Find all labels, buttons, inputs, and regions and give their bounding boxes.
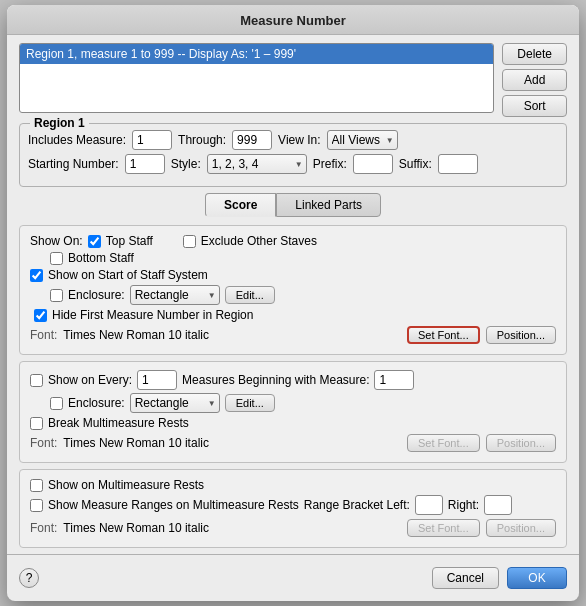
- enclosure-select-wrapper: Rectangle: [130, 285, 220, 305]
- every-enclosure-label: Enclosure:: [68, 396, 125, 410]
- through-input[interactable]: [232, 130, 272, 150]
- hide-first-checkbox[interactable]: [34, 309, 47, 322]
- bottom-staff-row: Bottom Staff: [50, 251, 556, 265]
- show-on-section: Show On: Top Staff Exclude Other Staves …: [19, 225, 567, 355]
- style-select[interactable]: 1, 2, 3, 4: [207, 154, 307, 174]
- font-row-3: Font: Times New Roman 10 italic Set Font…: [30, 519, 556, 537]
- font-label-1: Font:: [30, 328, 57, 342]
- show-on-start-checkbox[interactable]: [30, 269, 43, 282]
- font-row-1: Font: Times New Roman 10 italic Set Font…: [30, 326, 556, 344]
- includes-label: Includes Measure:: [28, 133, 126, 147]
- enclosure-checkbox[interactable]: [50, 289, 63, 302]
- prefix-label: Prefix:: [313, 157, 347, 171]
- enclosure-edit-button[interactable]: Edit...: [225, 286, 275, 304]
- set-font-button-1[interactable]: Set Font...: [407, 326, 480, 344]
- show-on-multimeasure-label: Show on Multimeasure Rests: [48, 478, 204, 492]
- show-ranges-checkbox[interactable]: [30, 499, 43, 512]
- show-on-multimeasure-row: Show on Multimeasure Rests: [30, 478, 556, 492]
- add-button[interactable]: Add: [502, 69, 567, 91]
- show-on-label: Show On:: [30, 234, 83, 248]
- prefix-input[interactable]: [353, 154, 393, 174]
- position-button-2[interactable]: Position...: [486, 434, 556, 452]
- style-label: Style:: [171, 157, 201, 171]
- bottom-staff-checkbox[interactable]: [50, 252, 63, 265]
- break-multimeasure-row: Break Multimeasure Rests: [30, 416, 556, 430]
- measures-beginning-label: Measures Beginning with Measure:: [182, 373, 369, 387]
- font-label-3: Font:: [30, 521, 57, 535]
- hide-first-row: Hide First Measure Number in Region: [34, 308, 556, 322]
- tabs-row: Score Linked Parts: [19, 193, 567, 217]
- every-enclosure-edit-button[interactable]: Edit...: [225, 394, 275, 412]
- right-label: Right:: [448, 498, 479, 512]
- every-enclosure-select-wrapper: Rectangle: [130, 393, 220, 413]
- every-input[interactable]: [137, 370, 177, 390]
- show-on-start-row: Show on Start of Staff System: [30, 268, 556, 282]
- font-label-2: Font:: [30, 436, 57, 450]
- includes-input[interactable]: [132, 130, 172, 150]
- list-item[interactable]: Region 1, measure 1 to 999 -- Display As…: [20, 44, 493, 64]
- every-enclosure-select[interactable]: Rectangle: [130, 393, 220, 413]
- position-button-3[interactable]: Position...: [486, 519, 556, 537]
- show-every-label: Show on Every:: [48, 373, 132, 387]
- ok-button[interactable]: OK: [507, 567, 567, 589]
- view-in-label: View In:: [278, 133, 320, 147]
- set-font-button-2[interactable]: Set Font...: [407, 434, 480, 452]
- hide-first-label: Hide First Measure Number in Region: [52, 308, 253, 322]
- show-every-section: Show on Every: Measures Beginning with M…: [19, 361, 567, 463]
- suffix-input[interactable]: [438, 154, 478, 174]
- font-value-3: Times New Roman 10 italic: [63, 521, 401, 535]
- show-ranges-label: Show Measure Ranges on Multimeasure Rest…: [48, 498, 299, 512]
- bottom-staff-label: Bottom Staff: [68, 251, 134, 265]
- starting-row: Starting Number: Style: 1, 2, 3, 4 Prefi…: [28, 154, 558, 174]
- top-section: Region 1, measure 1 to 999 -- Display As…: [19, 43, 567, 117]
- show-on-row: Show On: Top Staff Exclude Other Staves: [30, 234, 556, 248]
- enclosure-row: Enclosure: Rectangle Edit...: [50, 285, 556, 305]
- through-label: Through:: [178, 133, 226, 147]
- position-button-1[interactable]: Position...: [486, 326, 556, 344]
- font-row-2: Font: Times New Roman 10 italic Set Font…: [30, 434, 556, 452]
- every-enclosure-checkbox[interactable]: [50, 397, 63, 410]
- show-ranges-row: Show Measure Ranges on Multimeasure Rest…: [30, 495, 556, 515]
- enclosure-label: Enclosure:: [68, 288, 125, 302]
- includes-row: Includes Measure: Through: View In: All …: [28, 130, 558, 150]
- bottom-row: ? Cancel OK: [19, 561, 567, 591]
- suffix-label: Suffix:: [399, 157, 432, 171]
- range-left-input[interactable]: [415, 495, 443, 515]
- starting-label: Starting Number:: [28, 157, 119, 171]
- exclude-other-staves-checkbox[interactable]: [183, 235, 196, 248]
- enclosure-select[interactable]: Rectangle: [130, 285, 220, 305]
- range-right-input[interactable]: [484, 495, 512, 515]
- every-enclosure-row: Enclosure: Rectangle Edit...: [50, 393, 556, 413]
- cancel-button[interactable]: Cancel: [432, 567, 499, 589]
- sort-button[interactable]: Sort: [502, 95, 567, 117]
- show-on-start-label: Show on Start of Staff System: [48, 268, 208, 282]
- exclude-other-staves-label: Exclude Other Staves: [201, 234, 317, 248]
- dialog-title: Measure Number: [7, 5, 579, 35]
- range-bracket-label: Range Bracket Left:: [304, 498, 410, 512]
- region-section: Region 1 Includes Measure: Through: View…: [19, 123, 567, 187]
- top-staff-checkbox[interactable]: [88, 235, 101, 248]
- view-in-wrapper: All Views: [327, 130, 398, 150]
- measure-number-dialog: Measure Number Region 1, measure 1 to 99…: [7, 5, 579, 601]
- show-on-multimeasure-checkbox[interactable]: [30, 479, 43, 492]
- font-value-2: Times New Roman 10 italic: [63, 436, 401, 450]
- region-list[interactable]: Region 1, measure 1 to 999 -- Display As…: [19, 43, 494, 113]
- beginning-input[interactable]: [374, 370, 414, 390]
- delete-button[interactable]: Delete: [502, 43, 567, 65]
- set-font-button-3[interactable]: Set Font...: [407, 519, 480, 537]
- font-value-1: Times New Roman 10 italic: [63, 328, 401, 342]
- multimeasure-section: Show on Multimeasure Rests Show Measure …: [19, 469, 567, 548]
- tab-linked-parts[interactable]: Linked Parts: [276, 193, 381, 217]
- tab-score[interactable]: Score: [205, 193, 276, 217]
- style-wrapper: 1, 2, 3, 4: [207, 154, 307, 174]
- break-multimeasure-label: Break Multimeasure Rests: [48, 416, 189, 430]
- help-button[interactable]: ?: [19, 568, 39, 588]
- starting-input[interactable]: [125, 154, 165, 174]
- show-every-checkbox[interactable]: [30, 374, 43, 387]
- action-buttons: Cancel OK: [432, 567, 567, 589]
- side-buttons: Delete Add Sort: [502, 43, 567, 117]
- region-label: Region 1: [30, 116, 89, 130]
- break-multimeasure-checkbox[interactable]: [30, 417, 43, 430]
- view-in-select[interactable]: All Views: [327, 130, 398, 150]
- top-staff-label: Top Staff: [106, 234, 153, 248]
